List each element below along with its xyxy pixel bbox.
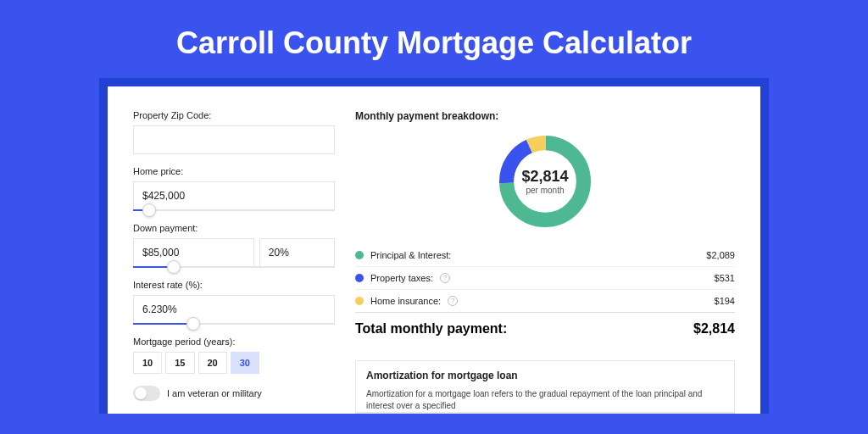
period-option-20[interactable]: 20	[198, 352, 227, 374]
total-label: Total monthly payment:	[355, 321, 507, 337]
amort-text: Amortization for a mortgage loan refers …	[366, 388, 724, 412]
breakdown-row-left: Property taxes:?	[355, 273, 450, 283]
price-slider-thumb[interactable]	[142, 203, 156, 217]
form-panel: Property Zip Code: Home price: Down paym…	[133, 110, 335, 414]
breakdown-row-left: Home insurance:?	[355, 296, 458, 306]
donut-chart: $2,814 per month	[355, 131, 735, 232]
legend-dot	[355, 297, 364, 305]
period-option-15[interactable]: 15	[165, 352, 194, 374]
down-label: Down payment:	[133, 223, 335, 233]
donut-subtext: per month	[521, 186, 568, 195]
period-label: Mortgage period (years):	[133, 337, 335, 347]
breakdown-row: Property taxes:?$531	[355, 266, 735, 289]
veteran-row: I am veteran or military	[133, 386, 335, 401]
rate-slider-thumb[interactable]	[186, 317, 200, 331]
card-container: Property Zip Code: Home price: Down paym…	[99, 78, 769, 414]
period-option-10[interactable]: 10	[133, 352, 162, 374]
price-slider[interactable]	[133, 209, 335, 211]
veteran-label: I am veteran or military	[167, 388, 262, 398]
period-field: Mortgage period (years): 10152030	[133, 337, 335, 374]
down-field: Down payment:	[133, 223, 335, 268]
price-field: Home price:	[133, 166, 335, 211]
period-options: 10152030	[133, 352, 335, 374]
page-title: Carroll County Mortgage Calculator	[0, 0, 868, 78]
breakdown-row-label: Property taxes:	[370, 273, 433, 283]
breakdown-panel: Monthly payment breakdown: $2,814 per mo…	[355, 110, 735, 414]
rate-slider[interactable]	[133, 323, 335, 325]
breakdown-row: Principal & Interest:$2,089	[355, 244, 735, 266]
zip-field: Property Zip Code:	[133, 110, 335, 154]
donut-amount: $2,814	[521, 168, 568, 186]
total-value: $2,814	[693, 321, 735, 337]
calculator-card: Property Zip Code: Home price: Down paym…	[108, 86, 760, 414]
rate-input[interactable]	[133, 295, 335, 324]
breakdown-row: Home insurance:?$194	[355, 289, 735, 312]
down-amount-input[interactable]	[133, 238, 254, 267]
rate-label: Interest rate (%):	[133, 280, 335, 290]
amort-title: Amortization for mortgage loan	[366, 370, 724, 381]
toggle-knob	[135, 387, 147, 399]
price-input[interactable]	[133, 181, 335, 210]
breakdown-row-label: Home insurance:	[370, 296, 441, 306]
legend-dot	[355, 251, 364, 259]
help-icon[interactable]: ?	[448, 296, 458, 306]
amortization-section: Amortization for mortgage loan Amortizat…	[355, 360, 735, 413]
down-slider-thumb[interactable]	[167, 260, 181, 274]
breakdown-row-label: Principal & Interest:	[370, 250, 451, 260]
breakdown-row-value: $194	[715, 296, 735, 306]
legend-dot	[355, 274, 364, 282]
breakdown-total-row: Total monthly payment: $2,814	[355, 312, 735, 348]
rate-field: Interest rate (%):	[133, 280, 335, 325]
breakdown-title: Monthly payment breakdown:	[355, 110, 735, 122]
breakdown-rows: Principal & Interest:$2,089Property taxe…	[355, 244, 735, 312]
down-slider[interactable]	[133, 266, 335, 268]
down-percent-input[interactable]	[259, 238, 335, 267]
zip-input[interactable]	[133, 125, 335, 154]
donut-center: $2,814 per month	[521, 168, 568, 195]
veteran-toggle[interactable]	[133, 386, 160, 401]
zip-label: Property Zip Code:	[133, 110, 335, 120]
price-label: Home price:	[133, 166, 335, 176]
help-icon[interactable]: ?	[440, 273, 450, 283]
period-option-30[interactable]: 30	[231, 352, 259, 374]
breakdown-row-value: $531	[715, 273, 735, 283]
breakdown-row-left: Principal & Interest:	[355, 250, 451, 260]
breakdown-row-value: $2,089	[706, 250, 735, 260]
